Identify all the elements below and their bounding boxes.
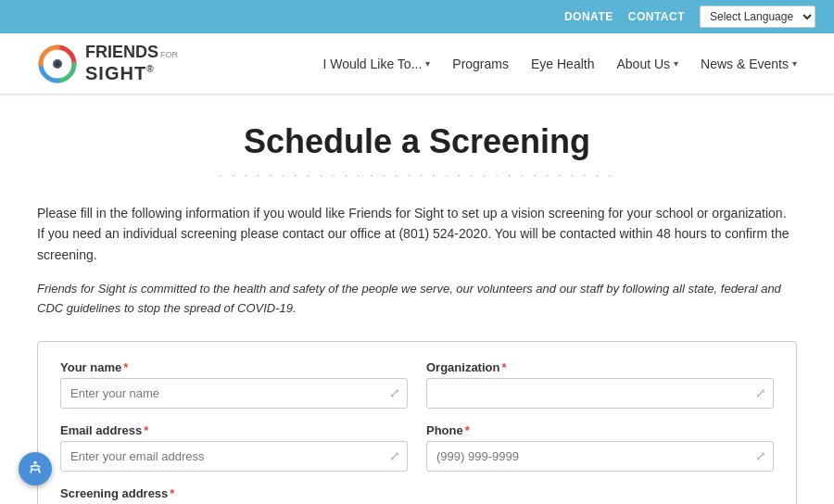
contact-link[interactable]: CONTACT: [628, 10, 685, 23]
header: FRIENDS FOR SIGHT® I Would Like To... ▾ …: [0, 33, 834, 94]
expand-icon-phone: ⤢: [755, 448, 766, 463]
chevron-down-icon-about: ▾: [674, 58, 678, 69]
covid-notice: Friends for Sight is committed to the he…: [37, 280, 797, 319]
page-title: Schedule a Screening: [37, 122, 797, 161]
nav-programs[interactable]: Programs: [452, 57, 509, 71]
organization-input-wrapper: ⤢: [426, 378, 774, 409]
form-group-organization: Organization* ⤢: [426, 360, 774, 409]
svg-point-3: [33, 461, 36, 464]
name-input-wrapper: ⤢: [60, 378, 408, 409]
expand-icon-org: ⤢: [755, 385, 766, 400]
accessibility-icon: [26, 460, 44, 478]
dotted-divider: · · · · · · · · · · · · · · · · · · · · …: [37, 170, 797, 181]
page-description: Please fill in the following information…: [37, 203, 797, 265]
logo-text: FRIENDS FOR SIGHT®: [85, 43, 178, 84]
language-select[interactable]: Select Language English Spanish: [700, 6, 815, 28]
name-input[interactable]: [60, 378, 408, 409]
name-label: Your name*: [60, 360, 408, 374]
form-group-email: Email address* ⤢: [60, 423, 408, 472]
address-label: Screening address*: [60, 486, 774, 500]
nav-i-would-like[interactable]: I Would Like To... ▾: [322, 57, 430, 71]
accessibility-button[interactable]: [19, 452, 52, 485]
chevron-down-icon: ▾: [425, 58, 430, 69]
form-group-name: Your name* ⤢: [60, 360, 408, 409]
screening-form: Your name* ⤢ Organization* ⤢: [37, 341, 797, 504]
form-group-address: Screening address* ⤡: [60, 486, 774, 504]
email-input[interactable]: [60, 441, 408, 472]
form-group-phone: Phone* ⤢: [426, 423, 774, 472]
phone-input[interactable]: [426, 441, 774, 472]
logo-icon: [37, 44, 78, 84]
phone-label: Phone*: [426, 423, 774, 437]
form-row-2: Email address* ⤢ Phone* ⤢: [60, 423, 774, 472]
expand-icon-email: ⤢: [389, 448, 400, 463]
nav-about-us[interactable]: About Us ▾: [616, 57, 678, 71]
logo-area[interactable]: FRIENDS FOR SIGHT®: [37, 43, 178, 84]
main-content: Schedule a Screening · · · · · · · · · ·…: [19, 94, 815, 504]
phone-input-wrapper: ⤢: [426, 441, 774, 472]
organization-input[interactable]: [426, 378, 774, 409]
email-label: Email address*: [60, 423, 408, 437]
chevron-down-icon-news: ▾: [792, 58, 797, 69]
expand-icon: ⤢: [389, 385, 400, 400]
nav-eye-health[interactable]: Eye Health: [531, 57, 594, 71]
donate-link[interactable]: DONATE: [564, 10, 613, 23]
email-input-wrapper: ⤢: [60, 441, 408, 472]
nav-news-events[interactable]: News & Events ▾: [701, 57, 797, 71]
main-nav: I Would Like To... ▾ Programs Eye Health…: [322, 57, 797, 71]
top-bar: DONATE CONTACT Select Language English S…: [0, 0, 834, 33]
form-row-1: Your name* ⤢ Organization* ⤢: [60, 360, 774, 409]
svg-point-2: [56, 61, 60, 66]
organization-label: Organization*: [426, 360, 774, 374]
